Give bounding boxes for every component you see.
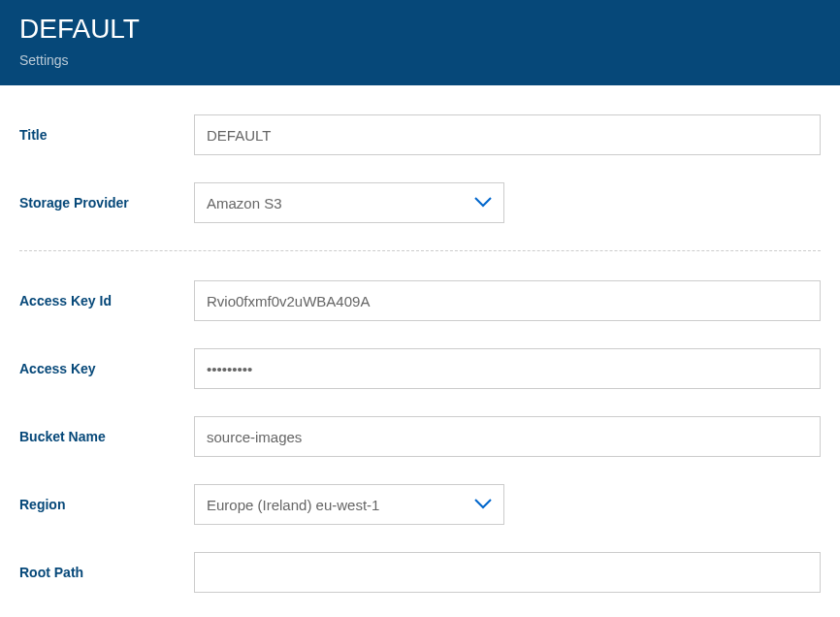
- page-subtitle: Settings: [19, 52, 821, 68]
- page-header: DEFAULT Settings: [0, 0, 840, 85]
- region-row: Region Europe (Ireland) eu-west-1: [19, 484, 821, 525]
- settings-form: Title Storage Provider Amazon S3: [0, 85, 840, 223]
- storage-provider-label: Storage Provider: [19, 195, 194, 211]
- access-key-label: Access Key: [19, 361, 194, 376]
- root-path-row: Root Path: [19, 552, 821, 593]
- title-input[interactable]: [194, 114, 821, 155]
- access-key-input[interactable]: [194, 348, 821, 389]
- storage-provider-select-wrapper: Amazon S3: [194, 182, 504, 223]
- bucket-name-input[interactable]: [194, 416, 821, 457]
- access-key-id-row: Access Key Id: [19, 280, 821, 321]
- access-key-id-input[interactable]: [194, 280, 821, 321]
- provider-settings-form: Access Key Id Access Key Bucket Name Reg…: [0, 280, 840, 593]
- access-key-id-label: Access Key Id: [19, 293, 194, 308]
- storage-provider-row: Storage Provider Amazon S3: [19, 182, 821, 223]
- title-row: Title: [19, 114, 821, 155]
- page-title: DEFAULT: [19, 14, 821, 45]
- region-label: Region: [19, 497, 194, 512]
- title-label: Title: [19, 127, 194, 143]
- region-select-wrapper: Europe (Ireland) eu-west-1: [194, 484, 504, 525]
- root-path-input[interactable]: [194, 552, 821, 593]
- bucket-name-row: Bucket Name: [19, 416, 821, 457]
- section-divider: [19, 250, 821, 251]
- bucket-name-label: Bucket Name: [19, 429, 194, 444]
- access-key-row: Access Key: [19, 348, 821, 389]
- storage-provider-select[interactable]: Amazon S3: [194, 182, 504, 223]
- root-path-label: Root Path: [19, 565, 194, 580]
- region-select[interactable]: Europe (Ireland) eu-west-1: [194, 484, 504, 525]
